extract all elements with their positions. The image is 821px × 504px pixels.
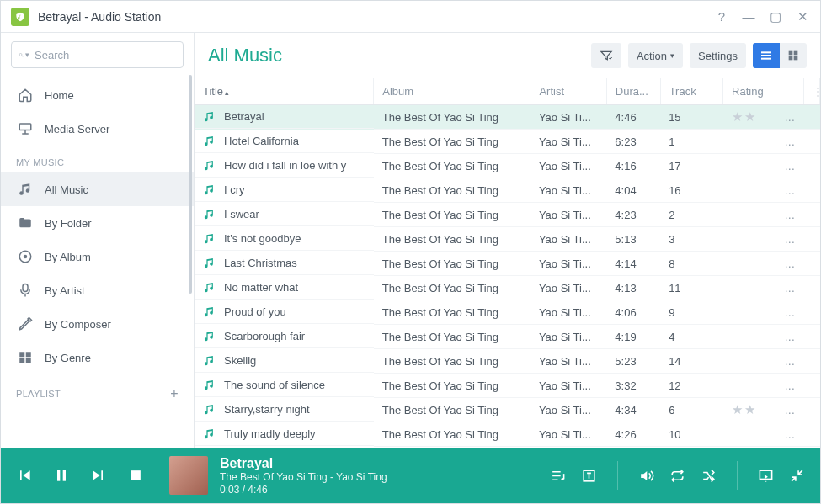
add-playlist-button[interactable]: + [170,386,179,401]
cell-rating: ★★… [723,398,804,422]
grid-icon [786,49,800,62]
music-note-icon [203,379,216,391]
row-more-button[interactable]: … [784,355,795,368]
nav-by-folder[interactable]: By Folder [1,206,194,240]
minimize-icon[interactable]: — [741,9,756,24]
table-row[interactable]: I swearThe Best Of Yao Si TingYao Si Ti.… [195,203,820,227]
action-button[interactable]: Action ▾ [628,43,683,68]
col-album[interactable]: Album [374,78,530,105]
row-more-button[interactable]: … [784,209,795,221]
music-note-icon [203,305,216,318]
nav-label: By Composer [45,318,111,331]
table-row[interactable]: Starry,starry nightThe Best Of Yao Si Ti… [195,398,820,422]
album-art[interactable] [169,456,208,495]
search-dropdown-icon[interactable]: ▾ [25,50,29,59]
cell-title: No matter what [195,276,374,300]
media-server-icon [18,121,33,136]
row-more-button[interactable]: … [784,379,795,392]
nav-by-artist[interactable]: By Artist [1,273,194,307]
list-icon [760,49,773,62]
row-more-button[interactable]: … [784,184,795,197]
star-icon[interactable]: ★ [744,402,755,417]
music-note-icon [203,232,216,245]
table-row[interactable]: Truly madly deeplyThe Best Of Yao Si Tin… [195,422,820,447]
filter-button[interactable] [591,43,621,68]
col-title[interactable]: Title▴ [195,78,374,105]
cell-track: 6 [660,398,722,422]
cast-button[interactable] [758,468,774,484]
nav-by-genre[interactable]: By Genre [1,341,194,374]
next-button[interactable] [90,467,107,484]
cell-title: I cry [195,178,374,202]
stop-button[interactable] [127,467,144,484]
table-row[interactable]: The sound of silenceThe Best Of Yao Si T… [195,374,820,398]
cell-duration: 4:26 [606,422,660,447]
settings-button[interactable]: Settings [690,43,746,68]
row-more-button[interactable]: … [784,306,795,319]
cell-artist: Yao Si Ti... [530,130,606,154]
prev-button[interactable] [16,467,33,484]
cell-duration: 6:23 [606,130,660,154]
row-more-button[interactable]: … [784,111,795,124]
table-row[interactable]: Scarborough fairThe Best Of Yao Si TingY… [195,325,820,349]
table-row[interactable]: It's not goodbyeThe Best Of Yao Si TingY… [195,227,820,252]
table-row[interactable]: I cryThe Best Of Yao Si TingYao Si Ti...… [195,178,820,203]
cell-track: 1 [660,130,722,154]
nav-all-music[interactable]: All Music [1,172,194,206]
table-row[interactable]: Proud of youThe Best Of Yao Si TingYao S… [195,300,820,325]
view-toggle [753,43,807,68]
volume-button[interactable] [638,468,654,484]
svg-rect-11 [789,51,793,56]
row-more-button[interactable]: … [784,160,795,172]
search-box[interactable]: ▾ [11,41,184,68]
nav-by-album[interactable]: By Album [1,240,194,273]
col-rating[interactable]: Rating [723,78,804,105]
col-menu-icon[interactable]: ⋮ [803,78,819,105]
row-more-button[interactable]: … [784,135,795,148]
col-track[interactable]: Track [660,78,722,105]
cell-title: The sound of silence [195,374,374,397]
view-list-button[interactable] [753,43,780,68]
row-more-button[interactable]: … [784,331,795,343]
section-my-music: MY MUSIC [1,146,194,172]
queue-button[interactable] [550,468,566,484]
view-grid-button[interactable] [780,43,807,68]
table-row[interactable]: SkelligThe Best Of Yao Si TingYao Si Ti.… [195,349,820,374]
shuffle-button[interactable] [701,468,717,484]
player-controls [16,467,144,484]
row-more-button[interactable]: … [784,428,795,441]
cell-spacer [803,227,819,252]
star-icon[interactable]: ★ [732,402,743,417]
table-row[interactable]: No matter whatThe Best Of Yao Si TingYao… [195,276,820,300]
row-more-button[interactable]: … [784,282,795,294]
nav-home[interactable]: Home [1,78,194,112]
search-input[interactable] [35,49,176,61]
search-icon [19,49,24,61]
track-table-wrap[interactable]: Title▴ Album Artist Dura... Track Rating… [195,78,820,448]
star-icon[interactable]: ★ [732,109,743,125]
nav-media-server[interactable]: Media Server [1,112,194,146]
toolbar: All Music Action ▾ Settings [195,33,820,78]
pause-button[interactable] [53,467,70,484]
table-row[interactable]: How did i fall in loe with yThe Best Of … [195,154,820,178]
lyrics-button[interactable] [581,468,597,484]
home-icon [18,88,33,103]
table-row[interactable]: Last ChristmasThe Best Of Yao Si TingYao… [195,252,820,276]
table-row[interactable]: BetrayalThe Best Of Yao Si TingYao Si Ti… [195,105,820,130]
row-more-button[interactable]: … [784,404,795,416]
cell-spacer [803,276,819,300]
nav-by-composer[interactable]: By Composer [1,307,194,341]
row-more-button[interactable]: … [784,257,795,270]
cell-artist: Yao Si Ti... [530,325,606,349]
maximize-icon[interactable]: ▢ [768,9,783,24]
collapse-button[interactable] [789,468,805,484]
row-more-button[interactable]: … [784,233,795,246]
table-row[interactable]: Hotel CaliforniaThe Best Of Yao Si TingY… [195,130,820,154]
cell-title: It's not goodbye [195,227,374,251]
star-icon[interactable]: ★ [744,109,755,125]
col-artist[interactable]: Artist [530,78,606,105]
close-icon[interactable]: ✕ [795,9,810,24]
col-duration[interactable]: Dura... [606,78,660,105]
repeat-button[interactable] [669,468,685,484]
help-icon[interactable]: ? [714,9,729,24]
